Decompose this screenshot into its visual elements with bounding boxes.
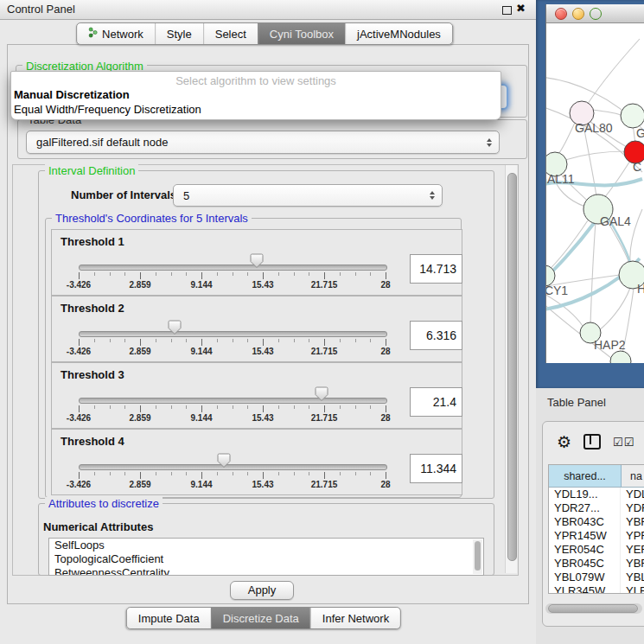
column-header-shared-name[interactable]: shared...	[549, 465, 622, 487]
threshold-value-field[interactable]: 11.344	[410, 454, 462, 483]
tab-impute-data[interactable]: Impute Data	[127, 608, 211, 628]
attribute-item-topologicalcoefficient[interactable]: TopologicalCoefficient	[49, 552, 483, 566]
network-node-label: GA	[636, 126, 644, 140]
table-row[interactable]: YBL079WYBL0	[549, 571, 644, 584]
slider-thumb[interactable]	[168, 320, 182, 339]
control-panel-titlebar: Control Panel ✖	[0, 0, 536, 20]
table-row[interactable]: YDR27...YDR2	[549, 501, 644, 515]
table-row[interactable]: YPR145WYPR1	[549, 529, 644, 543]
tab-infer-network[interactable]: Infer Network	[310, 608, 400, 628]
network-node-label: GAL80	[575, 121, 613, 135]
slider-thumb[interactable]	[315, 386, 328, 405]
table-data-combobox[interactable]: galFiltered.sif default node	[26, 131, 500, 154]
table-panel-toolbar: ⚙ ☑☑	[543, 427, 644, 456]
interval-definition-group-title: Interval Definition	[45, 164, 138, 177]
table-row[interactable]: YLR345WYLR3	[549, 584, 644, 594]
cell-name: YER0	[621, 543, 644, 557]
threshold-label: Threshold 4	[61, 435, 124, 448]
minimize-traffic-light-icon[interactable]	[572, 8, 584, 20]
tab-select[interactable]: Select	[203, 23, 258, 44]
network-view-window: GAL80GACGAL11GAL4GCY1HHAP2	[545, 4, 644, 363]
checkbox-icons[interactable]: ☑☑	[613, 436, 634, 449]
tab-style[interactable]: Style	[155, 23, 203, 44]
vertical-scrollbar-thumb[interactable]	[507, 173, 517, 561]
threshold-label: Threshold 3	[61, 368, 124, 381]
table-header-row: shared... na	[549, 465, 644, 488]
table-panel: ⚙ ☑☑ shared... na YDL19...YDL1YDR27...YD…	[542, 421, 644, 627]
tab-label: jActiveMNodules	[357, 28, 441, 41]
network-edge	[565, 151, 626, 160]
cell-shared-name: YBR043C	[549, 515, 621, 529]
number-of-intervals-combobox[interactable]: 5	[173, 184, 443, 207]
algorithm-option-equal-width-frequency-discretization[interactable]: Equal Width/Frequency Discretization	[11, 102, 501, 117]
gear-icon[interactable]: ⚙	[557, 434, 571, 450]
control-panel: Control Panel ✖ NetworkStyleSelectCyni T…	[0, 0, 536, 644]
close-traffic-light-icon[interactable]	[555, 8, 567, 20]
slider-scale-labels: -3.4262.8599.14415.4321.71528	[79, 347, 386, 357]
threshold-slider[interactable]	[79, 331, 387, 337]
cell-name: YDL1	[621, 488, 644, 501]
thresholds-group: Threshold 1-3.4262.8599.14415.4321.71528…	[45, 218, 462, 498]
algorithm-option-manual-discretization[interactable]: Manual Discretization	[11, 87, 501, 102]
column-header-name[interactable]: na	[622, 465, 644, 487]
network-node-bottom[interactable]	[610, 351, 631, 363]
tab-label: Network	[102, 28, 143, 41]
network-graph[interactable]: GAL80GACGAL11GAL4GCY1HHAP2	[546, 23, 644, 363]
tab-cyni-toolbox[interactable]: Cyni Toolbox	[258, 23, 345, 44]
network-node-top-right[interactable]	[621, 104, 644, 128]
bottom-tabbar: Impute DataDiscretize DataInfer Network	[126, 607, 401, 629]
split-columns-icon[interactable]	[583, 434, 601, 450]
threshold-slider[interactable]	[79, 464, 387, 470]
slider-thumb[interactable]	[217, 453, 231, 472]
threshold-panel-3: Threshold 3-3.4262.8599.14415.4321.71528…	[51, 362, 462, 429]
threshold-value-field[interactable]: 21.4	[410, 387, 462, 417]
table-panel-title: Table Panel	[547, 396, 606, 409]
combobox-arrows-icon	[430, 191, 435, 200]
network-edge	[591, 110, 622, 116]
attribute-item-betweennesscentrality[interactable]: BetweennessCentrality	[49, 566, 483, 576]
cell-shared-name: YER054C	[549, 543, 621, 557]
network-icon	[88, 27, 98, 38]
table-row[interactable]: YER054CYER0	[549, 543, 644, 557]
network-window-titlebar[interactable]	[546, 4, 644, 23]
network-canvas[interactable]: GAL80GACGAL11GAL4GCY1HHAP2	[546, 23, 644, 363]
cell-name: YPR1	[621, 529, 644, 543]
tab-network[interactable]: Network	[77, 23, 155, 44]
horizontal-scrollbar-thumb[interactable]	[548, 604, 638, 613]
network-node-label: HAP2	[594, 338, 626, 352]
cell-shared-name: YPR145W	[549, 529, 621, 543]
list-scrollbar[interactable]	[473, 539, 482, 574]
screenshot-root: { "titlebar": {"title": "Control Panel"}…	[0, 0, 644, 644]
table-row[interactable]: YBR045CYBR0	[549, 557, 644, 571]
apply-button[interactable]: Apply	[230, 581, 294, 600]
network-window-frame: GAL80GACGAL11GAL4GCY1HHAP2	[536, 0, 644, 388]
attribute-item-selfloops[interactable]: SelfLoops	[49, 539, 483, 552]
horizontal-scrollbar[interactable]	[545, 603, 642, 614]
numerical-attributes-list[interactable]: SelfLoopsTopologicalCoefficientBetweenne…	[48, 538, 484, 576]
slider-scale-labels: -3.4262.8599.14415.4321.71528	[79, 280, 386, 290]
slider-ticks	[79, 339, 386, 347]
number-of-intervals-value: 5	[183, 185, 189, 206]
slider-ticks	[79, 272, 386, 280]
tab-jactivemnodules[interactable]: jActiveMNodules	[345, 23, 452, 44]
slider-scale-labels: -3.4262.8599.14415.4321.71528	[79, 480, 386, 490]
vertical-scrollbar[interactable]	[505, 165, 517, 573]
cell-shared-name: YBR045C	[549, 557, 621, 571]
close-icon[interactable]: ✖	[516, 2, 526, 15]
float-window-icon[interactable]	[502, 6, 512, 15]
threshold-slider[interactable]	[79, 398, 387, 404]
slider-thumb[interactable]	[250, 253, 264, 272]
threshold-slider[interactable]	[79, 265, 387, 271]
threshold-value-field[interactable]: 6.316	[410, 321, 462, 350]
threshold-value-field[interactable]: 14.713	[410, 254, 462, 284]
cell-name: YDR2	[621, 501, 644, 515]
zoom-traffic-light-icon[interactable]	[590, 8, 602, 20]
tab-label: Style	[167, 28, 192, 41]
table-row[interactable]: YDL19...YDL1	[549, 488, 644, 501]
tab-discretize-data[interactable]: Discretize Data	[211, 608, 310, 628]
threshold-panel-2: Threshold 2-3.4262.8599.14415.4321.71528…	[51, 296, 462, 362]
slider-scale-labels: -3.4262.8599.14415.4321.71528	[79, 413, 386, 424]
table-row[interactable]: YBR043CYBR0	[549, 515, 644, 529]
threshold-label: Threshold 1	[61, 235, 124, 248]
attributes-group-title: Attributes to discretize	[45, 497, 163, 510]
